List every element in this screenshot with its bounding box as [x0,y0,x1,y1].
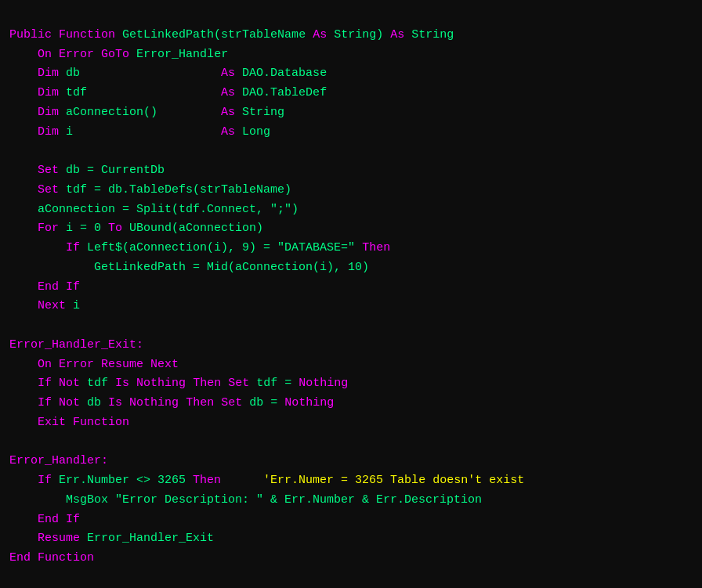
kw-next: Next [150,358,179,371]
fn-ubound: UBound [129,222,172,235]
param-tablename: strTableName [200,183,284,197]
kw-if1: If [66,241,80,254]
fn-mid: Mid [207,261,228,274]
kw-end: End [9,551,31,565]
fn-tabledefs: TableDefs [129,183,193,197]
kw-for: For [38,222,59,235]
kw-if4b: If [66,513,80,526]
type-string2: String [411,28,454,41]
kw-as6: As [221,125,235,139]
kw-public: Public [9,28,52,41]
kw-as1: As [313,28,327,41]
kw-resume: Resume [101,358,143,371]
type-dao-tabledef: DAO.TableDef [242,86,327,99]
kw-as2: As [390,28,404,41]
kw-if2: If [38,377,52,390]
kw-if3: If [38,396,52,409]
param-name: strTableName [221,28,306,41]
kw-function3: Function [38,551,94,565]
kw-dim3: Dim [38,106,59,119]
kw-not1: Not [59,377,80,390]
type-long: Long [242,125,270,139]
kw-dim2: Dim [38,86,59,99]
type-string3: String [242,106,284,119]
fn-currentdb: CurrentDb [101,164,165,177]
comment-err: 'Err.Numer = 3265 Table doesn't exist [263,474,524,487]
kw-end-if1: End [38,280,59,294]
kw-is2: Is [108,396,122,409]
kw-error1: Error [59,48,94,61]
kw-not2: Not [59,396,80,409]
kw-set3: Set [228,377,249,390]
code-content: Public Function GetLinkedPath(strTableNa… [9,6,693,588]
kw-then2: Then [193,377,221,390]
kw-dim1: Dim [38,67,59,80]
kw-nothing4: Nothing [284,396,334,409]
kw-next: Next [38,299,66,312]
kw-is1: Is [115,377,129,390]
kw-nothing1: Nothing [136,377,186,390]
kw-goto: GoTo [101,48,129,61]
kw-then3: Then [186,396,214,409]
label-exit: Error_Handler_Exit: [9,338,143,352]
kw-function2: Function [73,416,129,429]
kw-function: Function [59,28,115,41]
fn-error-handler-exit: Error_Handler_Exit [87,532,214,545]
kw-end-if2: End [38,513,59,526]
kw-as5: As [221,106,235,119]
kw-error2: Error [59,358,94,371]
type-string1: String [334,28,376,41]
code-editor: Public Function GetLinkedPath(strTableNa… [0,0,702,588]
kw-set4: Set [221,396,242,409]
kw-exit: Exit [38,416,66,429]
type-dao-db: DAO.Database [242,67,327,80]
fn-left: Left$ [87,241,122,254]
kw-nothing2: Nothing [299,377,348,390]
kw-set1: Set [38,164,59,177]
kw-dim4: Dim [38,125,59,139]
fn-msgbox: MsgBox [66,493,108,507]
fn-name: GetLinkedPath [122,28,214,41]
kw-set2: Set [38,183,59,197]
label-error-handler-line: Error_Handler: [9,454,108,467]
label-error-handler: Error_Handler [136,48,228,61]
fn-getlinkedpath: GetLinkedPath [94,261,186,274]
kw-then4: Then [193,474,221,487]
kw-then1: Then [362,241,390,254]
kw-to: To [108,222,122,235]
kw-as4: As [221,86,235,99]
kw-if1b: If [66,280,80,294]
kw-as3: As [221,67,235,80]
kw-nothing3: Nothing [129,396,179,409]
fn-split: Split [136,203,172,216]
kw-on: On [38,48,52,61]
kw-on2: On [38,358,52,371]
kw-resume2: Resume [38,532,80,545]
kw-if4: If [38,474,52,487]
